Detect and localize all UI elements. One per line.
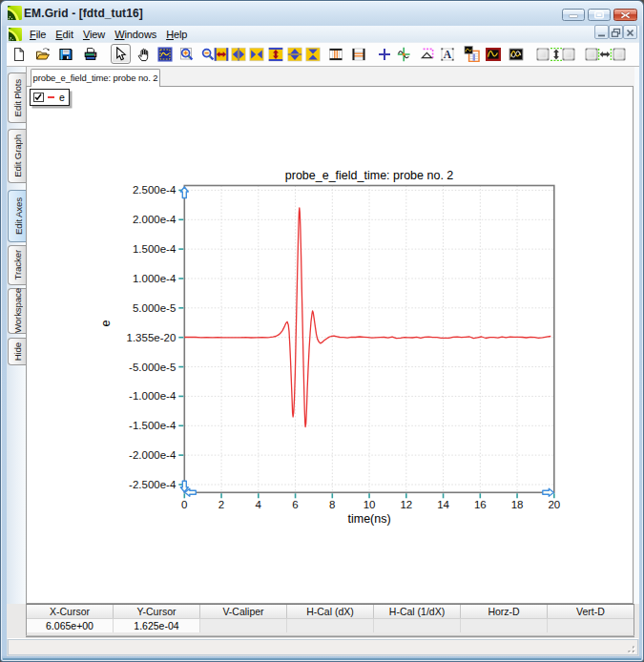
sidebar-tab-edit-graph[interactable]: Edit Graph [8,129,26,183]
toolbar-tracker-button[interactable] [397,46,413,62]
readout-val-6 [548,619,634,632]
svg-text:10: 10 [364,499,376,510]
readout-val-0: 6.065e+00 [27,619,114,632]
sidebar-tab-tracker[interactable]: Tracker [8,245,26,285]
menu-help[interactable]: Help [165,29,188,40]
window-title: EM.Grid - [fdtd_tut16] [24,7,143,20]
mdi-restore-button[interactable] [609,25,623,39]
menu-edit[interactable]: Edit [54,29,74,40]
legend-series-label: e [59,92,65,103]
sidebar-tab-workspace[interactable]: Workspace [8,288,26,334]
toolbar-overlay-plots-button[interactable] [508,46,524,62]
toolbar-pan-hand-button[interactable] [136,46,153,62]
close-button[interactable] [613,9,637,21]
toolbar-zoom-region-button[interactable] [157,46,174,62]
toolbar-expand-x-button[interactable] [214,46,230,62]
svg-text:-1.500e-4: -1.500e-4 [129,420,177,431]
mdi-close-button[interactable] [623,25,637,39]
svg-text:2.000e-4: 2.000e-4 [133,214,177,225]
caliper-icon [420,47,435,62]
mdi-minimize-button[interactable] [594,25,609,39]
app-window: EM.Grid - [fdtd_tut16] FileEditViewWindo… [0,0,644,662]
plot-legend[interactable]: e [30,89,70,106]
select-arrow-icon [113,47,128,62]
menu-windows[interactable]: Windows [114,29,157,40]
toolbar-text-annotation-button[interactable]: A [440,46,456,62]
maximize-button[interactable] [588,9,611,21]
plot-pane: e 024681012141618202.500e-42.000e-41.500… [26,86,634,604]
readout-col-5: Horz-D [461,605,548,618]
title-bar[interactable]: EM.Grid - [fdtd_tut16] [1,1,643,26]
menu-bar: FileEditViewWindowsHelp [7,26,639,42]
zoom-in-icon [179,47,195,62]
document-tab-bar: probe_e_field_time: probe no. 2 [26,67,634,86]
svg-text:6: 6 [292,499,298,510]
svg-text:probe_e_field_time: probe no.: probe_e_field_time: probe no. 2 [285,169,454,182]
svg-text:8: 8 [329,499,335,510]
readout-col-2: V-Caliper [200,605,287,618]
document-tab[interactable]: probe_e_field_time: probe no. 2 [31,69,160,87]
readout-val-2 [200,619,287,632]
toolbar-stretch-x-button[interactable] [231,46,247,62]
svg-text:18: 18 [511,499,524,510]
toolbar-caliper-button[interactable] [420,46,436,62]
document-tab-label: probe_e_field_time: probe no. 2 [32,72,157,83]
cursor-readout-table: X-CursorY-CursorV-CaliperH-Cal (dX)H-Cal… [26,604,634,635]
align-box-icon [561,47,576,62]
expand-y-icon [268,47,283,62]
zoom-region-icon [157,47,173,62]
toolbar-align-box-button[interactable] [561,46,577,62]
sidebar-tab-edit-plots[interactable]: Edit Plots [8,72,26,123]
toolbar-vertical-gridlines-button[interactable] [328,46,344,62]
legend-checkbox[interactable] [33,93,44,103]
toolbar-stretch-y-button[interactable] [287,46,303,62]
toolbar-new-document-button[interactable] [11,46,28,62]
new-document-icon [11,47,27,62]
minimize-button[interactable] [562,9,585,21]
vertical-gridlines-icon [328,47,343,62]
open-folder-icon [35,47,51,62]
svg-text:time(ns): time(ns) [347,511,390,525]
svg-text:1.000e-4: 1.000e-4 [133,272,177,283]
toolbar-open-folder-button[interactable] [35,46,52,62]
toolbar-expand-y-button[interactable] [267,46,283,62]
toolbar-horizontal-gridlines-button[interactable] [351,46,367,62]
checkmark-icon [34,93,42,101]
sidebar-tab-edit-axes[interactable]: Edit Axes [8,190,28,242]
toolbar-zoom-in-button[interactable] [179,46,196,62]
toolbar-edit-plot-button[interactable] [486,46,502,62]
toolbar-shrink-y-button[interactable] [304,46,321,62]
svg-text:-2.500e-4: -2.500e-4 [129,479,177,490]
readout-col-6: Vert-D [548,605,634,618]
svg-text:1.500e-4: 1.500e-4 [133,243,177,255]
svg-text:0: 0 [181,499,187,510]
shrink-x-icon [249,47,264,62]
toolbar-save-floppy-button[interactable] [58,46,74,62]
mdi-child-icon [9,28,22,41]
menu-view[interactable]: View [82,29,106,40]
toolbar-crosshair-button[interactable] [377,46,393,62]
menu-file[interactable]: File [29,29,47,40]
stretch-x-icon [231,47,246,62]
edit-plot-icon [486,47,501,62]
sidebar-tab-hide[interactable]: Hide [8,338,26,365]
resize-grip-icon[interactable] [624,641,636,653]
svg-text:e: e [99,320,113,326]
toolbar-print-button[interactable] [83,46,99,62]
readout-val-3 [287,619,374,632]
toolbar-plot-table-button[interactable] [464,46,480,62]
svg-text:2.500e-4: 2.500e-4 [133,184,177,196]
plot-canvas[interactable]: 024681012141618202.500e-42.000e-41.500e-… [27,87,634,604]
sidebar-tabs: Edit PlotsEdit GraphEdit AxesTrackerWork… [7,67,27,604]
toolbar-shrink-x-button[interactable] [248,46,264,62]
toolbar-select-arrow-button[interactable] [111,44,131,64]
readout-val-5 [461,619,548,632]
tracker-icon [397,47,412,62]
align-box-icon [612,47,627,62]
text-annotation-icon: A [440,47,455,62]
save-floppy-icon [58,47,73,62]
toolbar-align-box-button[interactable] [612,46,628,62]
overlay-plots-icon [509,47,524,62]
main-area: Edit PlotsEdit GraphEdit AxesTrackerWork… [7,67,639,604]
readout-val-1: 1.625e-04 [114,619,200,632]
